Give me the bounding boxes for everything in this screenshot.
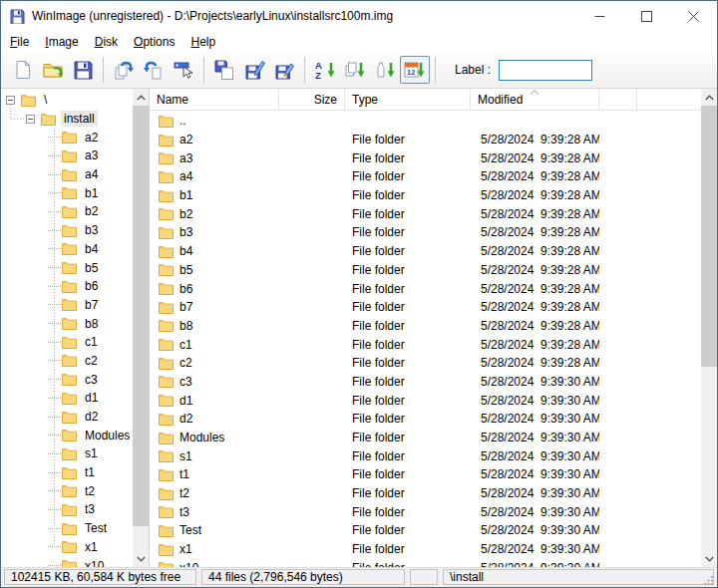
tree-item-install[interactable]: install xyxy=(1,110,133,129)
sort-size-button[interactable] xyxy=(370,56,400,84)
format-disk-button[interactable] xyxy=(269,56,299,84)
folder-icon xyxy=(62,540,77,553)
tree-item-b7[interactable]: b7 xyxy=(1,296,133,315)
tree-item-b2[interactable]: b2 xyxy=(1,202,133,221)
file-row-b1[interactable]: b1File folder5/28/2024 9:39:28 AM xyxy=(150,186,701,205)
tree-item-s1[interactable]: s1 xyxy=(1,444,133,463)
file-row-..[interactable]: .. xyxy=(150,112,701,131)
tree-item-t3[interactable]: t3 xyxy=(1,500,133,519)
file-row-d1[interactable]: d1File folder5/28/2024 9:39:30 AM xyxy=(150,391,701,410)
menu-image[interactable]: Image xyxy=(37,33,86,51)
file-name-label: c1 xyxy=(180,338,192,352)
folder-icon xyxy=(159,468,174,481)
file-row-b4[interactable]: b4File folder5/28/2024 9:39:28 AM xyxy=(150,242,701,261)
list-scrollbar[interactable] xyxy=(701,89,717,567)
tree-item-x1[interactable]: x1 xyxy=(1,538,133,557)
folder-icon xyxy=(62,484,77,497)
write-disk-button[interactable] xyxy=(239,56,269,84)
tree-item-a3[interactable]: a3 xyxy=(1,147,133,165)
file-row-c3[interactable]: c3File folder5/28/2024 9:39:30 AM xyxy=(150,373,701,392)
toolbar-separator xyxy=(304,57,305,83)
sort-name-button[interactable]: AZ xyxy=(310,56,340,84)
file-row-b2[interactable]: b2File folder5/28/2024 9:39:28 AM xyxy=(150,204,701,223)
tree-item-c2[interactable]: c2 xyxy=(1,352,133,371)
file-row-b6[interactable]: b6File folder5/28/2024 9:39:28 AM xyxy=(150,279,701,298)
folder-icon xyxy=(62,336,77,349)
new-image-button[interactable] xyxy=(8,56,38,84)
file-row-s1[interactable]: s1File folder5/28/2024 9:39:30 AM xyxy=(150,446,701,465)
tree-item-b8[interactable]: b8 xyxy=(1,314,133,333)
file-row-t1[interactable]: t1File folder5/28/2024 9:39:30 AM xyxy=(150,465,701,484)
folder-icon xyxy=(62,242,77,255)
tree-item-b1[interactable]: b1 xyxy=(1,183,133,202)
close-button[interactable] xyxy=(670,1,717,31)
scroll-up-icon[interactable] xyxy=(701,89,717,106)
file-row-x10[interactable]: x10File folder5/28/2024 9:39:30 AM xyxy=(150,559,701,568)
file-row-c2[interactable]: c2File folder5/28/2024 9:39:28 AM xyxy=(150,354,701,373)
inject-files-button[interactable] xyxy=(139,56,169,84)
minimize-button[interactable] xyxy=(576,1,623,31)
tree-item-d2[interactable]: d2 xyxy=(1,408,133,427)
tree-item-t1[interactable]: t1 xyxy=(1,463,133,482)
collapse-icon[interactable] xyxy=(26,115,35,124)
read-disk-button[interactable] xyxy=(209,56,239,84)
tree-scrollbar-thumb[interactable] xyxy=(133,106,149,526)
tree-item-b4[interactable]: b4 xyxy=(1,240,133,259)
tree-item-c3[interactable]: c3 xyxy=(1,370,133,389)
tree-scrollbar[interactable] xyxy=(133,89,149,567)
column-header-modified[interactable]: Modified xyxy=(471,89,599,110)
folder-icon xyxy=(159,282,174,295)
tree-item-x10[interactable]: x10 xyxy=(1,556,133,567)
sort-az-icon: AZ xyxy=(314,59,336,81)
file-row-b5[interactable]: b5File folder5/28/2024 9:39:28 AM xyxy=(150,261,701,280)
sort-type-button[interactable] xyxy=(340,56,370,84)
resize-grip-icon[interactable] xyxy=(704,574,714,584)
scroll-down-icon[interactable] xyxy=(701,550,717,567)
file-row-x1[interactable]: x1File folder5/28/2024 9:39:30 AM xyxy=(150,540,701,559)
menu-file[interactable]: File xyxy=(2,33,37,51)
column-header-size[interactable]: Size xyxy=(279,89,345,110)
file-row-t2[interactable]: t2File folder5/28/2024 9:39:30 AM xyxy=(150,484,701,503)
tree-item-root[interactable]: \ xyxy=(1,91,133,110)
scroll-up-icon[interactable] xyxy=(133,89,149,106)
extract-files-button[interactable] xyxy=(109,56,139,84)
tree-item-a4[interactable]: a4 xyxy=(1,165,133,184)
file-row-a2[interactable]: a2File folder5/28/2024 9:39:28 AM xyxy=(150,131,701,149)
tree-item-label: a3 xyxy=(82,147,101,163)
tree-item-b3[interactable]: b3 xyxy=(1,221,133,240)
column-header-name[interactable]: Name xyxy=(150,89,279,110)
tree-item-b5[interactable]: b5 xyxy=(1,258,133,277)
list-scrollbar-thumb[interactable] xyxy=(701,106,717,367)
file-row-b7[interactable]: b7File folder5/28/2024 9:39:28 AM xyxy=(150,298,701,317)
tree-item-t2[interactable]: t2 xyxy=(1,481,133,500)
save-image-button[interactable] xyxy=(68,56,98,84)
collapse-icon[interactable] xyxy=(6,96,15,105)
sort-date-button[interactable]: 12 xyxy=(400,56,430,84)
column-header-type[interactable]: Type xyxy=(345,89,471,110)
label-input[interactable] xyxy=(499,60,592,81)
file-row-b3[interactable]: b3File folder5/28/2024 9:39:28 AM xyxy=(150,223,701,242)
file-row-b8[interactable]: b8File folder5/28/2024 9:39:28 AM xyxy=(150,317,701,336)
menu-options[interactable]: Options xyxy=(126,33,182,51)
menu-help[interactable]: Help xyxy=(182,33,223,51)
extract-select-button[interactable] xyxy=(169,56,198,84)
file-row-test[interactable]: TestFile folder5/28/2024 9:39:30 AM xyxy=(150,521,701,540)
file-row-d2[interactable]: d2File folder5/28/2024 9:39:30 AM xyxy=(150,410,701,429)
menu-disk[interactable]: Disk xyxy=(87,33,126,51)
tree-item-c1[interactable]: c1 xyxy=(1,333,133,352)
scroll-down-icon[interactable] xyxy=(133,550,149,567)
file-row-a4[interactable]: a4File folder5/28/2024 9:39:28 AM xyxy=(150,167,701,186)
tree-item-d1[interactable]: d1 xyxy=(1,389,133,408)
file-row-t3[interactable]: t3File folder5/28/2024 9:39:30 AM xyxy=(150,502,701,521)
file-modified-cell: 5/28/2024 9:39:30 AM xyxy=(471,449,599,463)
file-row-c1[interactable]: c1File folder5/28/2024 9:39:28 AM xyxy=(150,335,701,354)
tree-item-a2[interactable]: a2 xyxy=(1,128,133,147)
folder-icon xyxy=(159,505,174,518)
tree-item-test[interactable]: Test xyxy=(1,519,133,538)
open-image-button[interactable] xyxy=(38,56,68,84)
tree-item-modules[interactable]: Modules xyxy=(1,426,133,444)
tree-item-b6[interactable]: b6 xyxy=(1,277,133,296)
file-row-modules[interactable]: ModulesFile folder5/28/2024 9:39:30 AM xyxy=(150,429,701,447)
file-row-a3[interactable]: a3File folder5/28/2024 9:39:28 AM xyxy=(150,148,701,167)
maximize-button[interactable] xyxy=(623,1,670,31)
